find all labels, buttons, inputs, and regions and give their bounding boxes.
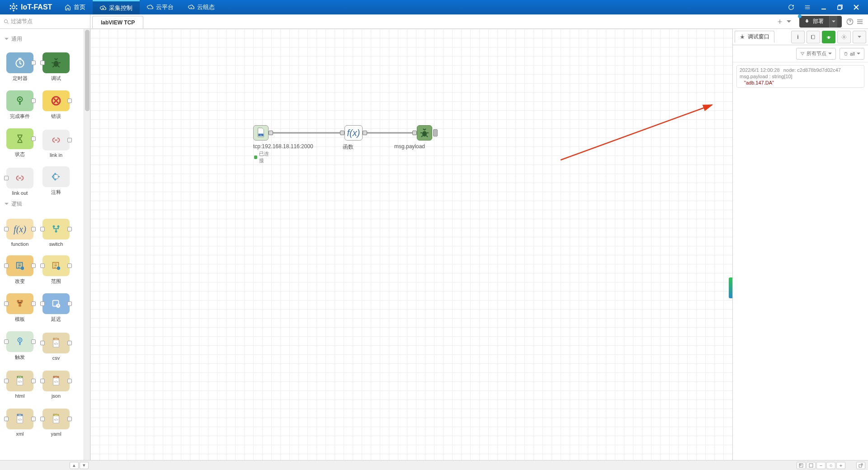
svg-text:tcp: tcp	[260, 134, 262, 136]
palette-scrollbar[interactable]	[84, 29, 90, 460]
menu-home-label: 首页	[74, 3, 85, 11]
flow-tab-labview[interactable]: labVIEW TCP	[92, 16, 143, 28]
main-menu-button[interactable]	[856, 18, 863, 25]
map-icon	[799, 463, 803, 468]
palette-category-logic[interactable]: 逻辑	[3, 197, 81, 212]
debug-node-id: c2d878b9d7d02c47	[797, 67, 841, 73]
node-label: csv	[52, 355, 60, 361]
zoom-reset-button[interactable]	[807, 462, 816, 469]
svg-rect-54	[800, 464, 801, 465]
menu-cloudcfg[interactable]: 云组态	[181, 0, 222, 14]
palette-node-comment[interactable]: 注释	[40, 161, 72, 196]
navigator-button[interactable]	[797, 462, 806, 469]
palette-search[interactable]: 过滤节点	[0, 14, 90, 28]
node-label: xml	[16, 431, 24, 437]
flow-menu-button[interactable]	[787, 19, 791, 24]
zoom-in-button[interactable]: +	[836, 462, 845, 469]
refresh-button[interactable]	[783, 0, 799, 14]
svg-point-19	[55, 230, 57, 233]
svg-rect-26	[19, 304, 21, 307]
palette-node-linkin[interactable]: link in	[40, 123, 72, 158]
minimize-button[interactable]	[816, 0, 832, 14]
cat-label: 通用	[11, 35, 22, 43]
palette-node-inject[interactable]: 定时器	[4, 47, 36, 82]
clear-debug-button[interactable]: all	[840, 48, 864, 60]
debug-toggle[interactable]	[433, 129, 438, 136]
palette-node-catch[interactable]: 错误	[40, 85, 72, 120]
debug-node-prefix: node:	[783, 67, 796, 73]
node-port-in[interactable]	[340, 131, 344, 135]
menu-home[interactable]: 首页	[57, 0, 93, 14]
csv-icon: CSV</>	[51, 337, 61, 349]
palette-node-trigger[interactable]: 触发	[4, 326, 36, 361]
svg-point-15	[19, 99, 21, 100]
filter-nodes-button[interactable]: 所有节点	[796, 48, 836, 60]
node-label: msg.payload	[394, 143, 425, 150]
palette-collapse-down[interactable]: ▾	[80, 462, 89, 469]
flow-node-function[interactable]: f(x) 函数	[340, 125, 367, 141]
maximize-button[interactable]	[832, 0, 848, 14]
link-in-icon	[51, 135, 61, 145]
sidebar-tab-debug[interactable]: 调试窗口	[735, 31, 774, 43]
palette-node-status[interactable]: 状态	[4, 123, 36, 158]
sidebar-tab-info[interactable]: i	[791, 31, 805, 43]
close-button[interactable]	[848, 0, 864, 14]
palette-node-switch[interactable]: switch	[40, 212, 72, 247]
svg-point-52	[844, 36, 845, 38]
help-button[interactable]	[846, 18, 854, 25]
filter-label: 所有节点	[807, 50, 826, 57]
node-port-out[interactable]	[269, 131, 273, 135]
palette-category-common[interactable]: 通用	[3, 32, 81, 47]
trigger-icon	[15, 337, 25, 347]
html-icon: HTML</>	[15, 375, 25, 387]
node-label: 范围	[51, 278, 61, 285]
deploy-dropdown[interactable]	[829, 16, 837, 28]
palette-node-delay[interactable]: 延迟	[40, 288, 72, 323]
palette-node-template[interactable]: 模板	[4, 288, 36, 323]
node-port-in[interactable]	[412, 131, 417, 135]
debug-message[interactable]: 2022/6/1 12:00:28node: c2d878b9d7d02c47 …	[736, 65, 864, 88]
node-port-out[interactable]	[363, 131, 367, 135]
palette-node-xml[interactable]: XML</>xml	[4, 402, 36, 437]
menu-collect[interactable]: 采集控制	[93, 0, 140, 14]
change-icon	[15, 261, 25, 271]
svg-text:json: json	[54, 376, 57, 378]
zoom-out-button[interactable]: −	[816, 462, 826, 469]
debug-messages: 2022/6/1 12:00:28node: c2d878b9d7d02c47 …	[733, 62, 868, 460]
node-label: 注释	[51, 189, 61, 196]
maximize-icon	[837, 5, 843, 10]
delay-icon	[51, 299, 61, 309]
palette-node-json[interactable]: json</>json	[40, 364, 72, 399]
palette: 通用 定时器 调试 完成事件 错误 状态 link in link out 注释…	[0, 29, 90, 460]
palette-node-complete[interactable]: 完成事件	[4, 85, 36, 120]
right-edge-handle[interactable]	[729, 277, 732, 298]
palette-collapse-up[interactable]: ▴	[70, 462, 79, 469]
sidebar-tab-help[interactable]	[807, 31, 820, 43]
flow-node-debug[interactable]: msg.payload	[412, 125, 438, 141]
debug-time: 2022/6/1 12:00:28	[740, 67, 780, 73]
palette-node-html[interactable]: HTML</>html	[4, 364, 36, 399]
sidebar-popout-button[interactable]	[856, 462, 865, 469]
node-label: link in	[50, 152, 62, 158]
sidebar-tab-debug-icon[interactable]	[822, 31, 835, 43]
palette-node-range[interactable]: 范围	[40, 250, 72, 285]
node-label: json	[52, 393, 61, 399]
menu-cloud[interactable]: 云平台	[140, 0, 181, 14]
flow-canvas[interactable]: tcp tcp:192.168.18.116:2000 已连接 f(x) 函数 …	[90, 29, 732, 460]
flow-node-tcp[interactable]: tcp tcp:192.168.18.116:2000 已连接	[253, 125, 273, 141]
palette-node-change[interactable]: 改变	[4, 250, 36, 285]
deploy-label: 部署	[813, 18, 824, 25]
deploy-button[interactable]: 部署	[799, 16, 842, 28]
add-flow-button[interactable]	[777, 19, 783, 25]
palette-node-function[interactable]: f(x)function	[4, 212, 36, 247]
svg-rect-24	[17, 300, 20, 303]
sidebar-tab-more[interactable]	[853, 31, 866, 43]
palette-node-csv[interactable]: CSV</>csv	[40, 326, 72, 361]
palette-node-linkout[interactable]: link out	[4, 161, 36, 196]
brand-icon	[9, 3, 18, 12]
palette-node-yaml[interactable]: yaml</>yaml	[40, 402, 72, 437]
menu-button[interactable]	[799, 0, 816, 14]
zoom-fit-button[interactable]: ○	[826, 462, 835, 469]
sidebar-tab-config[interactable]	[837, 31, 851, 43]
palette-node-debug[interactable]: 调试	[40, 47, 72, 82]
